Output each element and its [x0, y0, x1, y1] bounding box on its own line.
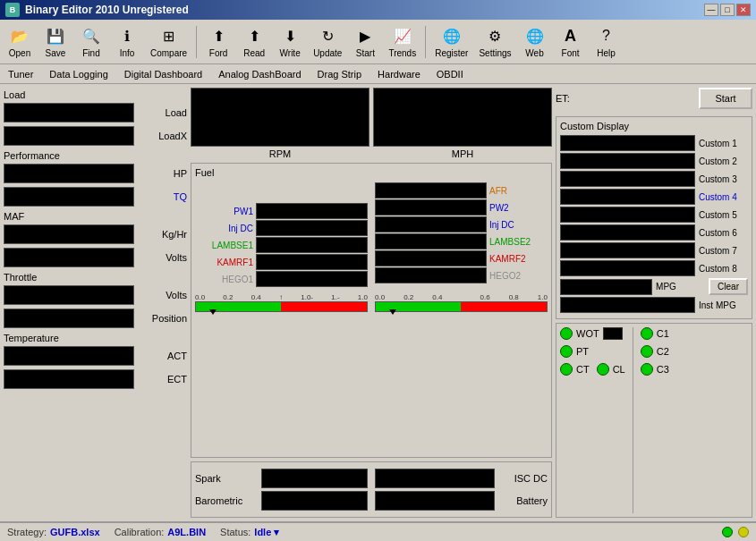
custom7-display: [560, 242, 695, 258]
help-btn[interactable]: ? Help: [590, 23, 623, 60]
compare-btn[interactable]: ⊞ Compare: [147, 23, 191, 60]
title-bar: B Binary Editor 2010 Unregistered — □ ✕: [0, 0, 756, 20]
custom4-label: Custom 4: [699, 192, 748, 202]
find-btn[interactable]: 🔍 Find: [75, 23, 107, 60]
loadx-display: [4, 126, 134, 146]
mpg-label: MPG: [656, 282, 705, 292]
fuel-title: Fuel: [195, 167, 548, 178]
c2-label: C2: [657, 346, 669, 357]
main-content: Load Load LoadX Performance HP TQ MAF Kg…: [0, 84, 756, 521]
register-btn[interactable]: 🌐 Register: [431, 23, 471, 60]
start-btn[interactable]: ▶ Start: [349, 23, 381, 60]
font-btn[interactable]: A Font: [555, 23, 587, 60]
find-label: Find: [82, 48, 99, 58]
hego2-row: HEGO2: [375, 267, 548, 283]
font-icon: A: [560, 25, 582, 46]
load-display: [4, 103, 134, 123]
battery-row: Battery: [375, 491, 548, 511]
injdc1-label: Inj DC: [195, 224, 253, 233]
ford-btn[interactable]: ⬆ Ford: [202, 23, 234, 60]
read-btn[interactable]: ⬆ Read: [238, 23, 270, 60]
minimize-btn[interactable]: —: [704, 4, 718, 16]
hp-label: HP: [138, 168, 187, 179]
et-label: ET:: [556, 93, 570, 104]
start-icon: ▶: [354, 25, 376, 46]
menu-hardware[interactable]: Hardware: [375, 68, 423, 80]
calibration-val: A9L.BIN: [167, 527, 206, 537]
save-label: Save: [46, 48, 66, 58]
menu-tuner[interactable]: Tuner: [5, 68, 36, 80]
inst-mpg-display: [560, 297, 695, 313]
close-btn[interactable]: ✕: [736, 4, 751, 16]
isc-display: [375, 469, 495, 488]
temp-section-label: Temperature: [4, 333, 187, 343]
save-btn[interactable]: 💾 Save: [39, 23, 72, 60]
ect-display: [4, 369, 134, 389]
pt-indicator: PT: [560, 345, 625, 358]
trends-label: Trends: [388, 48, 416, 58]
indicator-sep: [633, 327, 633, 513]
battery-label: Battery: [498, 495, 548, 506]
web-btn[interactable]: 🌐 Web: [519, 23, 551, 60]
c1-indicator: C1: [641, 327, 669, 340]
act-display: [4, 346, 134, 366]
battery-display: [375, 491, 495, 511]
hego2-display: [375, 267, 487, 283]
gauge-bar-left: 0.00.20.4↑1.0-1.-1.0: [195, 293, 368, 312]
settings-icon: ⚙: [484, 25, 505, 46]
custom4-display: [560, 189, 695, 205]
act-label: ACT: [138, 351, 187, 361]
custom4-row: Custom 4: [560, 189, 748, 205]
write-icon: ⬇: [279, 25, 301, 46]
custom2-row: Custom 2: [560, 153, 748, 169]
trends-btn[interactable]: 📈 Trends: [385, 23, 420, 60]
compare-label: Compare: [150, 48, 187, 58]
lambse2-display: [375, 233, 487, 249]
clear-button[interactable]: Clear: [709, 278, 748, 295]
c2-indicator: C2: [641, 345, 669, 358]
menu-drag-strip[interactable]: Drag Strip: [315, 68, 365, 80]
open-btn[interactable]: 📂 Open: [4, 23, 36, 60]
register-label: Register: [435, 48, 468, 58]
info-btn[interactable]: ℹ Info: [111, 23, 143, 60]
baro-label: Barometric: [195, 495, 258, 506]
hp-row: HP: [4, 164, 187, 183]
start-button[interactable]: Start: [699, 88, 752, 109]
c3-label: C3: [657, 364, 669, 375]
info-icon: ℹ: [116, 25, 138, 46]
tq-row: TQ: [4, 187, 187, 207]
c3-indicator: C3: [641, 363, 669, 376]
inst-mpg-label: Inst MPG: [699, 300, 748, 310]
c3-led: [641, 363, 653, 376]
pw1-row: PW1: [195, 203, 368, 219]
kamrf1-display: [256, 254, 368, 270]
menu-data-logging[interactable]: Data Logging: [47, 68, 110, 80]
settings-btn[interactable]: ⚙ Settings: [475, 23, 514, 60]
baro-display: [261, 491, 368, 511]
injdc2-row: Inj DC: [375, 216, 548, 232]
kghr-display: [4, 224, 134, 244]
sep2: [425, 26, 426, 58]
help-label: Help: [597, 48, 616, 58]
start-label: Start: [356, 48, 375, 58]
mpg-display: [560, 279, 652, 295]
custom-display-section: Custom Display Custom 1 Custom 2 Custom …: [556, 116, 752, 319]
spark-display: [261, 469, 368, 488]
menu-obdii[interactable]: OBDII: [434, 68, 466, 80]
update-icon: ↻: [317, 25, 338, 46]
write-btn[interactable]: ⬇ Write: [274, 23, 306, 60]
menu-digital-dashboard[interactable]: Digital Dashboard: [122, 68, 205, 80]
custom6-row: Custom 6: [560, 224, 748, 241]
custom2-display: [560, 153, 695, 169]
baro-row: Barometric: [195, 491, 368, 511]
menu-analog-dashboard[interactable]: Analog DashBoard: [216, 68, 303, 80]
pw2-display: [375, 199, 487, 216]
status-bar: Strategy: GUFB.xlsx Calibration: A9L.BIN…: [0, 521, 756, 541]
maximize-btn[interactable]: □: [720, 4, 735, 16]
ect-row: ECT: [4, 369, 187, 389]
strategy-key: Strategy:: [7, 527, 47, 537]
strategy-val: GUFB.xlsx: [50, 527, 100, 537]
status-val[interactable]: Idle ▾: [254, 527, 279, 538]
update-btn[interactable]: ↻ Update: [310, 23, 345, 60]
kamrf2-row: KAMRF2: [375, 250, 548, 266]
